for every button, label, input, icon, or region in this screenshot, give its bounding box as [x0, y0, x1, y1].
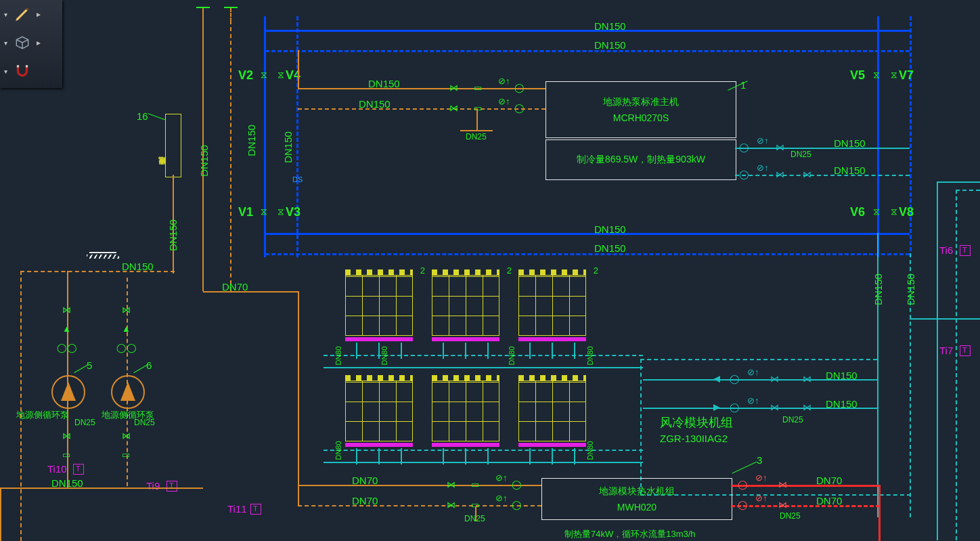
dropdown-arrow-icon[interactable]: ▾: [4, 11, 14, 18]
pipe: [735, 175, 910, 176]
pipe: [20, 271, 22, 541]
sensor-label-ti11: Ti11: [227, 504, 247, 514]
pipe: [956, 190, 980, 191]
pipe-label: DN25: [782, 416, 803, 424]
pipe: [298, 485, 541, 486]
tool-magnet-row[interactable]: ▾: [0, 57, 62, 85]
gauge-icon: ⊘↑: [755, 493, 767, 503]
tool-box-row[interactable]: ▾ ▸: [0, 28, 62, 57]
callout-2: 2: [594, 265, 598, 276]
pipe-label: DN25: [466, 133, 487, 141]
equip-heatpump-rating: 制冷量869.5W，制热量903kW: [545, 139, 736, 180]
pipe-label: DN80: [508, 346, 516, 365]
equip-rating: 制冷量869.5W，制热量903kW: [546, 154, 736, 166]
air-module: [518, 375, 586, 451]
pencil-icon[interactable]: [14, 5, 31, 23]
sensor-box-icon: [960, 245, 971, 256]
equip-model: MCRH0270S: [546, 112, 736, 123]
meter-box: [165, 114, 181, 177]
dropdown-arrow-icon[interactable]: ▾: [4, 39, 14, 47]
pump-icon: [51, 375, 85, 409]
magnet-icon[interactable]: [14, 62, 31, 80]
flyout-arrow-icon[interactable]: ▸: [37, 9, 41, 19]
sensor-box-icon: [960, 345, 971, 356]
sensor-box-icon: [73, 464, 84, 475]
air-module: 2: [345, 269, 413, 345]
inline-strainer-icon: ▭: [471, 479, 479, 490]
valve-tick-icon: ⧖: [277, 206, 284, 217]
flex-joint-icon: ◯: [514, 83, 525, 93]
inline-valve-icon: ⋈: [122, 305, 131, 315]
ground-hatch-icon: [87, 255, 119, 259]
callout-3: 3: [757, 455, 762, 465]
pipe-label: DN80: [587, 346, 594, 365]
flex-joint-icon: ◯: [512, 479, 522, 490]
pipe-label: DN150: [122, 261, 154, 272]
inline-valve-icon: ⋈: [803, 169, 811, 179]
pipe-label: DN25: [134, 418, 155, 427]
inline-valve-icon: ⋈: [62, 431, 71, 441]
inline-valve-icon: ⋈: [122, 431, 131, 441]
pump-label: 地源侧循环泵: [16, 410, 69, 419]
valve-label-v7: V7: [899, 69, 914, 81]
valve-tick-icon: ⧖: [891, 206, 897, 217]
equip-air-title: 风冷模块机组: [660, 416, 733, 429]
callout-2: 2: [507, 265, 512, 276]
gauge-icon: ⊘↑: [498, 96, 510, 106]
equip-hotwater: 地源模块热水机组 MWH020: [541, 478, 732, 520]
inline-valve-icon: ⋈: [776, 142, 784, 152]
pipe-label: DN150: [826, 399, 858, 409]
pipe: [298, 505, 541, 506]
pipe-return-top: [265, 50, 910, 52]
valve-tick-icon: ⧖: [261, 69, 267, 81]
gauge-icon: ⊘↑: [747, 367, 759, 377]
pipe-label: DN150: [873, 274, 883, 305]
gauge-icon: ⊘↑: [755, 473, 767, 483]
valve-tick-icon: ⧖: [261, 206, 267, 217]
pipe-label: DN150: [594, 243, 626, 253]
valve-label-v6: V6: [850, 206, 865, 218]
cad-canvas[interactable]: { "valves": { "v1":"V1","v2":"V2","v3":"…: [0, 0, 980, 541]
box3d-icon[interactable]: [14, 34, 31, 51]
pipe-label: DN70: [816, 496, 842, 506]
air-module: [432, 375, 499, 451]
pipe-label: DN150: [359, 99, 391, 109]
stub-cap: [224, 7, 238, 8]
equip-heatpump: 地源热泵标准主机 MCRH0270S: [545, 81, 736, 138]
equip-air-model: ZGR-130IIAG2: [660, 433, 728, 443]
equip-title: 地源热泵标准主机: [546, 96, 736, 108]
inline-strainer-icon: ▭: [474, 103, 482, 113]
pipe-label: DN80: [381, 346, 388, 365]
pipe-label: DN70: [352, 475, 378, 485]
flyout-arrow-icon[interactable]: ▸: [37, 38, 41, 47]
pipe: [735, 148, 910, 149]
pipe: [298, 88, 545, 89]
pipe: [298, 108, 545, 110]
callout-16: 16: [137, 111, 148, 121]
valve-tick-icon: ⧖: [873, 206, 880, 217]
stub-cap: [196, 7, 210, 8]
pipe-supply-bot: [265, 233, 910, 235]
flex-joint-icon: ◯: [512, 500, 522, 510]
tool-pencil-row[interactable]: ▾ ▸: [0, 0, 62, 28]
flex-joint-icon: ◯: [730, 374, 740, 384]
inline-valve-icon: ⋈: [778, 500, 787, 510]
riser-left-supply: [264, 16, 266, 257]
gauge-icon: ⊘↑: [757, 163, 769, 173]
pipe: [460, 130, 493, 131]
pipe-label: DN150: [826, 370, 858, 381]
equip-title: 地源模块热水机组: [542, 485, 732, 498]
cad-toolbar: ▾ ▸ ▾ ▸ ▾: [0, 0, 62, 88]
inline-valve-icon: ⋈: [776, 169, 784, 179]
pipe-label: DN150: [834, 138, 866, 148]
air-module: [345, 375, 413, 451]
pipe-label: DN80: [335, 346, 342, 365]
dropdown-arrow-icon[interactable]: ▾: [4, 68, 14, 75]
sensor-label-ti10: Ti10: [47, 464, 67, 474]
inline-valve-icon: ⋈: [778, 479, 787, 490]
gauge-icon: ⊘↑: [495, 473, 508, 483]
pipe-label: DN150: [368, 79, 400, 89]
inline-valve-icon: ⋈: [449, 103, 458, 113]
flex-joint-icon: ◯: [730, 402, 740, 412]
callout-leader: [732, 462, 757, 474]
